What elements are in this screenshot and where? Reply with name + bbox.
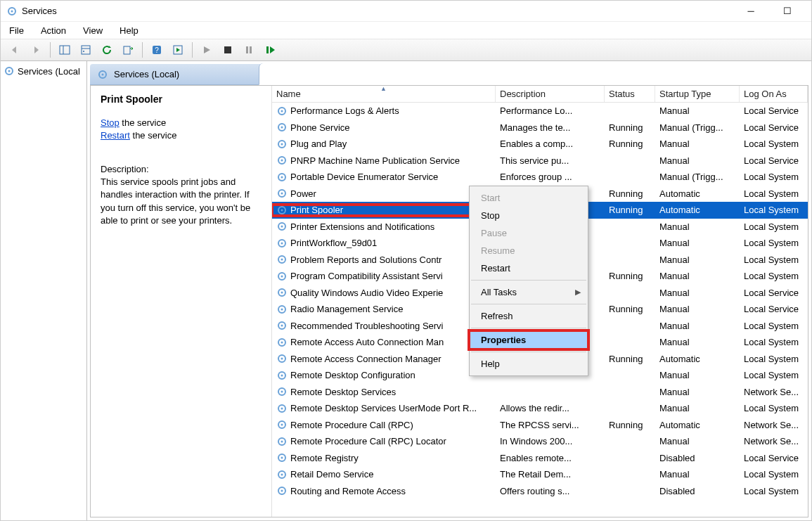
ctx-stop[interactable]: Stop [470, 207, 588, 224]
svg-point-48 [281, 341, 283, 343]
cell-logon: Local System [740, 205, 808, 215]
cell-startup: Manual [655, 288, 740, 298]
stop-service-button[interactable] [218, 41, 238, 59]
cell-status: Running [605, 188, 655, 199]
nav-tree: Services (Local [1, 61, 87, 520]
service-name-label: Remote Registry [290, 453, 359, 463]
chevron-right-icon: ▶ [575, 288, 581, 297]
pane-title-bar: Services (Local) [90, 64, 808, 85]
cell-status: Running [605, 420, 655, 430]
svg-point-16 [8, 70, 11, 72]
nav-root-item[interactable]: Services (Local [1, 64, 86, 78]
ctx-start[interactable]: Start [470, 189, 588, 207]
svg-point-20 [281, 110, 283, 112]
service-row[interactable]: Portable Device Enumerator ServiceEnforc… [272, 169, 808, 186]
cell-logon: Local System [740, 337, 808, 347]
service-row[interactable]: Remote Procedure Call (RPC)The RPCSS ser… [272, 417, 808, 434]
col-description[interactable]: Description [496, 86, 605, 102]
ctx-properties[interactable]: Properties [470, 331, 588, 349]
cell-logon: Local System [740, 188, 808, 199]
cell-name: Remote Access Connection Manager [272, 353, 496, 364]
gear-icon [276, 238, 288, 249]
cell-name: Remote Desktop Services UserMode Port R.… [272, 403, 496, 414]
pause-service-button[interactable] [239, 41, 259, 59]
stop-link-rest: the service [120, 117, 166, 128]
svg-point-44 [281, 308, 283, 310]
back-button[interactable] [5, 41, 25, 59]
service-row[interactable]: Performance Logs & AlertsPerformance Lo.… [272, 103, 808, 120]
service-row[interactable]: Retail Demo ServiceThe Retail Dem...Manu… [272, 466, 808, 483]
svg-point-38 [281, 259, 283, 261]
gear-icon [276, 188, 288, 199]
service-row[interactable]: Remote Desktop Services UserMode Port R.… [272, 400, 808, 417]
cell-name: Retail Demo Service [272, 469, 496, 480]
ctx-pause[interactable]: Pause [470, 224, 588, 242]
gear-icon [276, 304, 288, 315]
restart-link[interactable]: Restart [101, 130, 130, 141]
svg-rect-11 [224, 46, 231, 53]
cell-description: Allows the redir... [496, 403, 605, 413]
cell-description: This service pu... [496, 155, 605, 166]
menu-bar: File Action View Help [1, 22, 811, 39]
forward-button[interactable] [26, 41, 46, 59]
gear-icon [276, 469, 288, 480]
cell-startup: Manual (Trigg... [655, 172, 740, 182]
action-button[interactable] [168, 41, 188, 59]
toolbar: ? [1, 39, 811, 61]
col-logon[interactable]: Log On As [740, 86, 808, 102]
cell-startup: Manual [655, 139, 740, 149]
svg-point-60 [281, 440, 283, 442]
export-button[interactable] [118, 41, 138, 59]
svg-point-50 [281, 358, 283, 360]
cell-startup: Manual [655, 221, 740, 232]
show-hide-tree-button[interactable] [55, 41, 75, 59]
svg-rect-7 [124, 46, 130, 54]
service-row[interactable]: Phone ServiceManages the te...RunningMan… [272, 120, 808, 136]
service-name-label: Recommended Troubleshooting Servi [290, 321, 444, 331]
gear-icon [276, 403, 288, 414]
service-row[interactable]: Plug and PlayEnables a comp...RunningMan… [272, 136, 808, 153]
cell-description: The RPCSS servi... [496, 420, 605, 430]
service-row[interactable]: Remote RegistryEnables remote...Disabled… [272, 450, 808, 467]
ctx-restart[interactable]: Restart [470, 259, 588, 277]
pane-title-label: Services (Local) [114, 69, 179, 79]
window-title: Services [22, 6, 57, 16]
cell-logon: Local Service [740, 105, 808, 116]
minimize-button[interactable]: ─ [738, 6, 763, 17]
service-row[interactable]: Remote Procedure Call (RPC) LocatorIn Wi… [272, 433, 808, 450]
cell-startup: Manual [655, 387, 740, 397]
menu-help[interactable]: Help [120, 25, 138, 36]
help-button[interactable]: ? [147, 41, 167, 59]
service-row[interactable]: Remote Desktop ServicesManualNetwork Se.… [272, 384, 808, 401]
svg-point-22 [281, 127, 283, 129]
menu-file[interactable]: File [9, 25, 24, 36]
cell-logon: Local System [740, 271, 808, 281]
stop-link[interactable]: Stop [101, 117, 120, 128]
col-startup[interactable]: Startup Type [655, 86, 740, 102]
refresh-button[interactable] [97, 41, 117, 59]
svg-point-1 [11, 10, 13, 12]
service-row[interactable]: PNRP Machine Name Publication ServiceThi… [272, 153, 808, 169]
menu-action[interactable]: Action [41, 25, 66, 36]
ctx-refresh[interactable]: Refresh [470, 307, 588, 325]
ctx-help[interactable]: Help [470, 355, 588, 373]
start-service-button[interactable] [197, 41, 217, 59]
cell-logon: Local System [740, 321, 808, 331]
gear-icon [276, 419, 288, 430]
col-status[interactable]: Status [605, 86, 655, 102]
column-headers: Name▲ Description Status Startup Type Lo… [272, 86, 808, 103]
menu-view[interactable]: View [83, 25, 103, 36]
gear-icon [276, 485, 288, 496]
ctx-resume[interactable]: Resume [470, 242, 588, 259]
maximize-button[interactable]: ☐ [775, 6, 800, 17]
restart-link-rest: the service [130, 130, 176, 141]
cell-startup: Automatic [655, 205, 740, 215]
cell-logon: Local System [740, 370, 808, 380]
ctx-all-tasks[interactable]: All Tasks▶ [470, 283, 588, 301]
gear-icon [276, 370, 288, 381]
restart-service-button[interactable] [260, 41, 280, 59]
properties-button[interactable] [76, 41, 96, 59]
cell-status: Running [605, 354, 655, 364]
col-name[interactable]: Name▲ [272, 86, 496, 102]
service-row[interactable]: Routing and Remote AccessOffers routing … [272, 483, 808, 500]
